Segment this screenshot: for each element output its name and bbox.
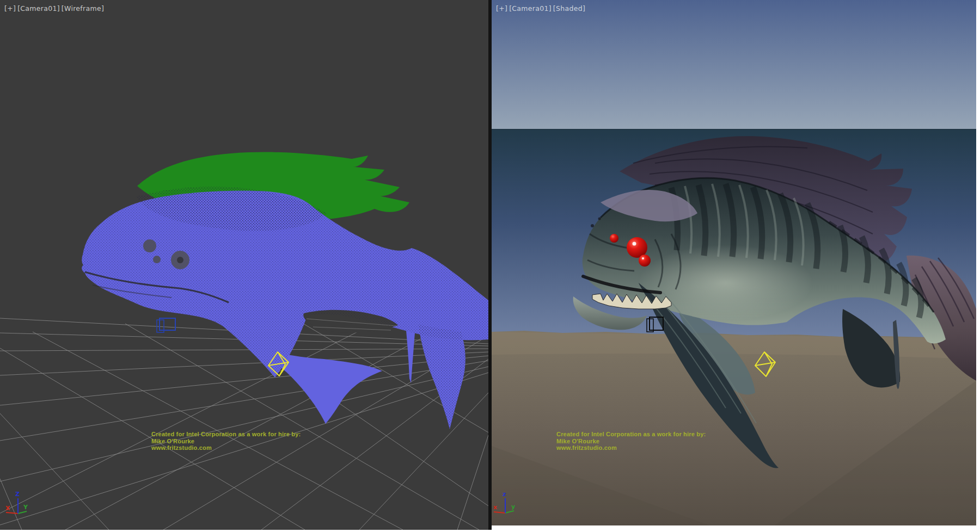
credit-line-2: Mike O'Rourke — [556, 438, 706, 445]
viewport-pov-menu[interactable]: [Camera01] — [509, 4, 552, 13]
credit-line-1: Created for Intel Corporation as a work … — [556, 431, 706, 438]
box-helper-left[interactable] — [157, 318, 175, 332]
credit-text-right: Created for Intel Corporation as a work … — [556, 431, 706, 451]
fish-eye-mid-specular — [642, 257, 644, 259]
axis-y-label: Y — [23, 504, 28, 511]
fish-eye-spot-small — [153, 256, 161, 263]
credit-text-left: Created for Intel Corporation as a work … — [151, 431, 301, 451]
fish-eye-mid — [639, 255, 651, 267]
lobe-stipple — [418, 324, 465, 429]
axis-z-label: z — [503, 491, 506, 498]
nostril-2 — [598, 218, 601, 220]
viewport-shading-menu[interactable]: [Wireframe] — [62, 4, 104, 13]
credit-line-1: Created for Intel Corporation as a work … — [151, 431, 301, 438]
fish-eye-small — [610, 234, 618, 243]
screenshot-stage: X Y Z [+] [Camera01] [Wireframe] Created… — [0, 0, 980, 532]
viewport-general-menu[interactable]: [+] — [4, 4, 16, 13]
viewport-menu-left: [+] [Camera01] [Wireframe] — [4, 4, 104, 13]
credit-line-2: Mike O'Rourke — [151, 438, 301, 445]
viewport-general-menu[interactable]: [+] — [496, 4, 507, 13]
axis-tripod-left: X Y Z — [5, 491, 28, 514]
axis-y-label: y — [511, 503, 515, 510]
viewport-left[interactable]: X Y Z [+] [Camera01] [Wireframe] Created… — [0, 0, 488, 530]
axis-x-label: x — [493, 504, 497, 511]
ground-plane-wireframe[interactable] — [0, 318, 488, 530]
viewport-shading-menu[interactable]: [Shaded] — [553, 4, 585, 13]
fish-eye-spot-mid — [143, 239, 156, 252]
viewport-right[interactable]: x y z [+] [Camera01] [Shaded] Created fo… — [492, 0, 976, 525]
fish-eye-large-specular — [633, 242, 636, 246]
credit-line-3: www.fritzstudio.com — [556, 444, 706, 451]
sky-background — [492, 0, 976, 129]
axis-x-label: X — [5, 505, 10, 512]
viewport-pov-menu[interactable]: [Camera01] — [17, 4, 60, 13]
nostril — [591, 224, 594, 227]
fish-wireframe-model[interactable] — [82, 152, 488, 429]
credit-line-3: www.fritzstudio.com — [151, 444, 301, 451]
fish-eye-spot-large-center — [177, 257, 183, 263]
viewport-menu-right: [+] [Camera01] [Shaded] — [496, 4, 585, 13]
axis-z-label: Z — [15, 491, 20, 498]
